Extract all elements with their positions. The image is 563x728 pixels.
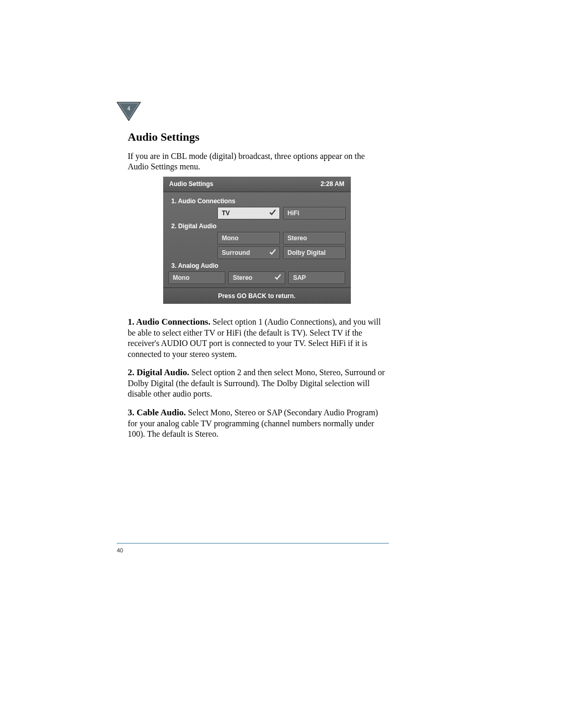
osd-option[interactable]: Stereo [228,272,285,284]
chapter-number: 4 [127,106,130,112]
osd-panel: Audio Settings 2:28 AM 1. Audio Connecti… [163,177,351,304]
paragraph-lead: 1. Audio Connections. [128,317,211,327]
osd-row: MonoStereo [168,232,346,244]
chapter-marker-icon: 4 [116,100,142,121]
paragraph-lead: 3. Cable Audio. [128,408,186,417]
content-column: Audio Settings If you are in CBL mode (d… [128,130,386,439]
footer-rule [117,543,389,544]
osd-option[interactable]: SAP [288,272,345,284]
body-paragraphs: 1. Audio Connections. Select option 1 (A… [128,316,386,440]
body-paragraph: 2. Digital Audio. Select option 2 and th… [128,367,386,400]
osd-clock: 2:28 AM [321,180,345,188]
osd-row: MonoStereoSAP [168,272,346,284]
osd-option[interactable]: Mono [217,232,280,244]
body-paragraph: 1. Audio Connections. Select option 1 (A… [128,316,386,360]
osd-title: Audio Settings [169,180,214,188]
osd-section-label: 1. Audio Connections [172,198,346,205]
page: 4 Audio Settings If you are in CBL mode … [0,0,563,728]
check-icon [269,208,276,216]
check-icon [269,248,276,255]
osd-section-label: 3. Analog Audio [172,262,346,269]
osd-row: SurroundDolby Digital [168,246,346,259]
osd-header: Audio Settings 2:28 AM [163,177,351,192]
osd-option[interactable]: Mono [168,272,225,284]
osd-option[interactable]: TV [217,207,280,219]
osd-option[interactable]: Surround [217,246,280,259]
osd-option[interactable]: Dolby Digital [283,246,346,259]
osd-row: TVHiFi [168,207,346,219]
osd-footer: Press GO BACK to return. [163,287,351,304]
check-icon [274,273,282,280]
body-paragraph: 3. Cable Audio. Select Mono, Stereo or S… [128,407,386,440]
page-number: 40 [117,547,123,553]
paragraph-lead: 2. Digital Audio. [128,367,189,377]
osd-option[interactable]: HiFi [283,207,346,219]
section-heading: Audio Settings [128,130,386,144]
intro-paragraph: If you are in CBL mode (digital) broadca… [128,151,386,172]
osd-body: 1. Audio ConnectionsTVHiFi2. Digital Aud… [163,192,351,284]
osd-option[interactable]: Stereo [283,232,346,244]
svg-marker-0 [117,102,141,121]
osd-section-label: 2. Digital Audio [172,223,346,230]
